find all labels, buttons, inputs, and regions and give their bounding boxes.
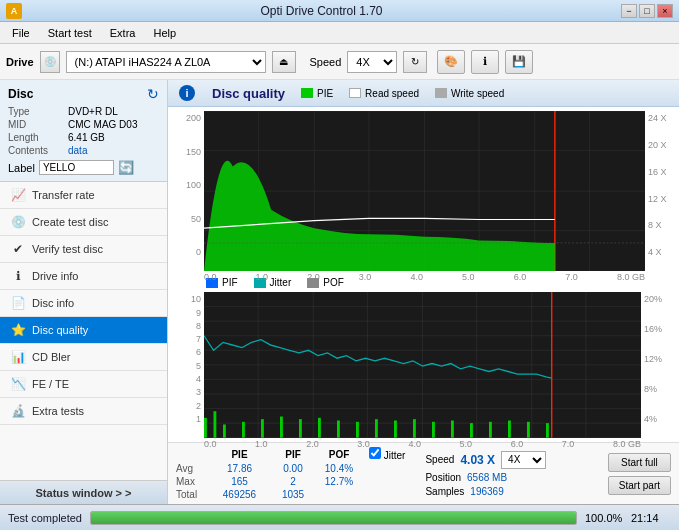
sidebar-item-extra-tests[interactable]: 🔬 Extra tests [0, 398, 167, 425]
transfer-rate-icon: 📈 [10, 187, 26, 203]
stats-header-pif: PIF [273, 449, 313, 460]
eject-button[interactable]: ⏏ [272, 51, 296, 73]
drive-info-icon: ℹ [10, 268, 26, 284]
sidebar-item-create-test-disc[interactable]: 💿 Create test disc [0, 209, 167, 236]
charts-area: 200 150 100 50 0 [168, 107, 679, 442]
stats-header-row: PIE PIF POF Jitter [176, 447, 405, 461]
verify-test-disc-icon: ✔ [10, 241, 26, 257]
status-window-button[interactable]: Status window > > [0, 480, 167, 504]
menu-extra[interactable]: Extra [102, 25, 144, 41]
nav-label-disc-quality: Disc quality [32, 324, 88, 336]
disc-contents: data [68, 145, 87, 156]
app-title: Opti Drive Control 1.70 [22, 4, 621, 18]
save-btn[interactable]: 💾 [505, 50, 533, 74]
stats-row: PIE PIF POF Jitter Avg 17.86 0.00 10.4% … [168, 442, 679, 504]
max-pof: 12.7% [319, 476, 359, 487]
drive-select[interactable]: (N:) ATAPI iHAS224 A ZL0A [66, 51, 266, 73]
refresh-drive-btn[interactable]: ↻ [403, 51, 427, 73]
disc-quality-icon: ⭐ [10, 322, 26, 338]
menu-file[interactable]: File [4, 25, 38, 41]
app-icon: A [6, 3, 22, 19]
speed-stat-select[interactable]: 4XMax [501, 451, 546, 469]
svg-rect-44 [375, 419, 378, 438]
speed-stat-label: Speed [425, 454, 454, 465]
action-buttons: Start full Start part [608, 453, 671, 495]
chart1-x-labels: 0.01.02.03.04.05.06.07.08.0 GB [204, 272, 645, 282]
position-label: Position [425, 472, 461, 483]
sidebar-item-transfer-rate[interactable]: 📈 Transfer rate [0, 182, 167, 209]
maximize-button[interactable]: □ [639, 4, 655, 18]
chart1-y-right: 24 X 20 X 16 X 12 X 8 X 4 X [645, 111, 671, 271]
jitter-label: Jitter [384, 450, 406, 461]
menu-help[interactable]: Help [145, 25, 184, 41]
nav-label-cd-bler: CD Bler [32, 351, 71, 363]
settings-btn[interactable]: 🎨 [437, 50, 465, 74]
total-label: Total [176, 489, 206, 500]
menu-bar: File Start test Extra Help [0, 22, 679, 44]
nav-label-transfer-rate: Transfer rate [32, 189, 95, 201]
sidebar-item-disc-quality[interactable]: ⭐ Disc quality [0, 317, 167, 344]
extra-tests-icon: 🔬 [10, 403, 26, 419]
chart2-y-labels: 10 9 8 7 6 5 4 3 2 1 [176, 292, 204, 438]
position-row: Position 6568 MB [425, 472, 546, 483]
svg-rect-49 [470, 423, 473, 438]
sidebar-item-fe-te[interactable]: 📉 FE / TE [0, 371, 167, 398]
svg-rect-34 [204, 418, 207, 438]
toolbar: Drive 💿 (N:) ATAPI iHAS224 A ZL0A ⏏ Spee… [0, 44, 679, 80]
svg-rect-36 [223, 425, 226, 438]
disc-type: DVD+R DL [68, 106, 118, 117]
nav-label-verify-test-disc: Verify test disc [32, 243, 103, 255]
legend-read-speed-box [349, 88, 361, 98]
label-input[interactable] [39, 160, 114, 175]
speed-stat-value: 4.03 X [460, 453, 495, 467]
svg-rect-46 [413, 419, 416, 438]
max-label: Max [176, 476, 206, 487]
speed-label: Speed [310, 56, 342, 68]
svg-rect-47 [432, 422, 435, 438]
chart1-svg-area: 0.01.02.03.04.05.06.07.08.0 GB [204, 111, 645, 271]
stats-header-pie: PIE [212, 449, 267, 460]
info-btn[interactable]: ℹ [471, 50, 499, 74]
status-bar: Test completed 100.0% 21:14 [0, 504, 679, 530]
chart1-svg [204, 111, 645, 271]
svg-rect-53 [546, 423, 549, 438]
speed-row: Speed 4.03 X 4XMax [425, 451, 546, 469]
avg-label: Avg [176, 463, 206, 474]
disc-panel-title: Disc [8, 87, 33, 101]
svg-rect-48 [451, 421, 454, 438]
svg-rect-51 [508, 421, 511, 438]
svg-rect-43 [356, 422, 359, 438]
nav-items: 📈 Transfer rate 💿 Create test disc ✔ Ver… [0, 182, 167, 480]
svg-rect-37 [242, 422, 245, 438]
chart2-x-labels: 0.01.02.03.04.05.06.07.08.0 GB [204, 439, 641, 449]
right-stats-panel: Speed 4.03 X 4XMax Position 6568 MB Samp… [425, 451, 546, 497]
disc-refresh-icon[interactable]: ↻ [147, 86, 159, 102]
cd-bler-icon: 📊 [10, 349, 26, 365]
disc-length: 6.41 GB [68, 132, 105, 143]
disc-quality-header: i Disc quality PIE Read speed Write spee… [168, 80, 679, 107]
sidebar-item-disc-info[interactable]: 📄 Disc info [0, 290, 167, 317]
chart2-container: 10 9 8 7 6 5 4 3 2 1 [176, 292, 671, 438]
sidebar-item-cd-bler[interactable]: 📊 CD Bler [0, 344, 167, 371]
disc-info-icon: 📄 [10, 295, 26, 311]
speed-select[interactable]: 4XMax8X16X [347, 51, 397, 73]
start-part-button[interactable]: Start part [608, 476, 671, 495]
label-refresh-icon[interactable]: 🔄 [118, 160, 134, 175]
nav-label-create-test-disc: Create test disc [32, 216, 108, 228]
length-label: Length [8, 132, 68, 143]
minimize-button[interactable]: − [621, 4, 637, 18]
progress-bar-container [90, 511, 577, 525]
stats-total-row: Total 469256 1035 [176, 489, 405, 500]
legend-pie-box [301, 88, 313, 98]
sidebar-item-verify-test-disc[interactable]: ✔ Verify test disc [0, 236, 167, 263]
start-full-button[interactable]: Start full [608, 453, 671, 472]
status-text: Test completed [8, 512, 82, 524]
main-layout: Disc ↻ Type DVD+R DL MID CMC MAG D03 Len… [0, 80, 679, 504]
chart2-svg [204, 292, 641, 438]
chart2-svg-area: 0.01.02.03.04.05.06.07.08.0 GB [204, 292, 641, 438]
menu-start-test[interactable]: Start test [40, 25, 100, 41]
close-button[interactable]: × [657, 4, 673, 18]
chart1-container: 200 150 100 50 0 [176, 111, 671, 271]
sidebar-item-drive-info[interactable]: ℹ Drive info [0, 263, 167, 290]
svg-rect-45 [394, 421, 397, 438]
